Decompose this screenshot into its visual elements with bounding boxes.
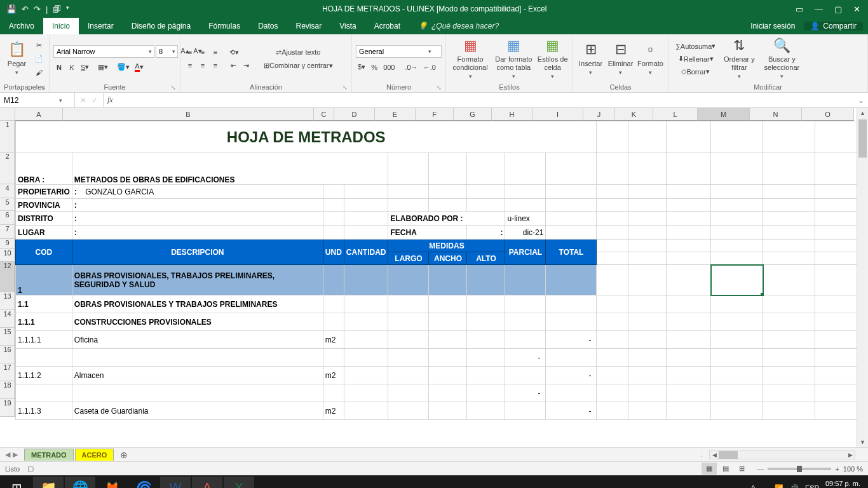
- row-header[interactable]: 4: [0, 184, 15, 198]
- orientation-button[interactable]: ⟲▾: [227, 46, 241, 58]
- scroll-down-icon[interactable]: ▼: [857, 437, 868, 447]
- font-name-combo[interactable]: ▾: [53, 45, 154, 58]
- cell[interactable]: LUGAR: [16, 226, 72, 240]
- cell[interactable]: :: [467, 226, 505, 240]
- cell[interactable]: 1.1.1: [16, 313, 72, 331]
- tray-onedrive-icon[interactable]: ☁: [761, 484, 768, 489]
- col-header[interactable]: E: [375, 108, 416, 121]
- row-header[interactable]: 19: [0, 399, 15, 417]
- tab-inicio[interactable]: Inicio: [43, 18, 79, 34]
- col-header[interactable]: L: [653, 108, 698, 121]
- format-painter-button[interactable]: 🖌: [32, 67, 45, 78]
- page-layout-view-button[interactable]: ▤: [718, 463, 733, 475]
- cut-button[interactable]: ✂: [32, 40, 45, 51]
- horizontal-scrollbar[interactable]: ◀ ▶: [709, 451, 855, 459]
- tray-overflow-icon[interactable]: ^: [752, 484, 755, 488]
- ribbon-options-icon[interactable]: ▭: [796, 4, 803, 14]
- increase-decimal-button[interactable]: .0→: [403, 62, 419, 73]
- macro-record-icon[interactable]: ▢: [27, 464, 34, 473]
- cell[interactable]: m2: [323, 331, 344, 349]
- sort-filter-button[interactable]: ⇅Ordenar y filtrar▾: [721, 37, 757, 81]
- dialog-launcher-icon[interactable]: ⤡: [437, 85, 442, 91]
- cell[interactable]: -: [546, 367, 597, 384]
- scroll-thumb[interactable]: [719, 451, 738, 459]
- scroll-right-icon[interactable]: ▶: [846, 451, 855, 459]
- font-color-button[interactable]: A▾: [133, 62, 145, 73]
- row-header[interactable]: 10: [0, 249, 15, 262]
- header-und[interactable]: UND: [323, 240, 344, 265]
- header-largo[interactable]: LARGO: [388, 252, 429, 265]
- sheet-nav-prev-icon[interactable]: ◀: [5, 451, 10, 459]
- tab-file[interactable]: Archivo: [0, 18, 43, 34]
- tab-vista[interactable]: Vista: [330, 18, 365, 34]
- conditional-format-button[interactable]: ▦Formato condicional▾: [450, 37, 491, 81]
- header-alto[interactable]: ALTO: [467, 252, 505, 265]
- share-button[interactable]: 👤 Compartir: [804, 22, 863, 30]
- font-size-combo[interactable]: ▾: [156, 45, 178, 58]
- selected-cell[interactable]: [711, 265, 763, 295]
- border-button[interactable]: ▦▾: [96, 62, 110, 73]
- cell[interactable]: PROPIETARIO: [16, 185, 72, 199]
- copy-button[interactable]: 📄: [32, 53, 45, 65]
- cell[interactable]: 1.1.1.1: [16, 331, 72, 349]
- row-header[interactable]: 12: [0, 262, 15, 292]
- row-header[interactable]: 5: [0, 198, 15, 211]
- task-word[interactable]: W: [160, 477, 191, 488]
- find-select-button[interactable]: 🔍Buscar y seleccionar▾: [759, 37, 804, 81]
- tray-clock[interactable]: 09:57 p. m. 05/12/2021: [825, 480, 860, 488]
- sheet-title[interactable]: HOJA DE METRADOS: [16, 121, 597, 153]
- cell[interactable]: 1: [16, 265, 72, 295]
- cell[interactable]: Oficina: [72, 331, 323, 349]
- row-header[interactable]: 14: [0, 310, 15, 328]
- cell[interactable]: : GONZALO GARCIA: [72, 185, 323, 199]
- row-header[interactable]: 17: [0, 363, 15, 381]
- scroll-thumb[interactable]: [858, 119, 867, 158]
- task-file-explorer[interactable]: 📁: [33, 477, 64, 488]
- tab-revisar[interactable]: Revisar: [287, 18, 331, 34]
- cell[interactable]: Caseta de Guardiania: [72, 402, 323, 420]
- task-firefox[interactable]: 🦊: [97, 477, 127, 488]
- header-descripcion[interactable]: DESCRIPCION: [72, 240, 323, 265]
- cell[interactable]: OBRAS PROVISIONALES, TRABAJOS PRELIMINAR…: [72, 265, 323, 295]
- tab-diseno[interactable]: Diseño de página: [123, 18, 200, 34]
- col-header[interactable]: D: [334, 108, 375, 121]
- sign-in-link[interactable]: Iniciar sesión: [750, 22, 795, 30]
- header-parcial[interactable]: PARCIAL: [505, 240, 546, 265]
- format-as-table-button[interactable]: ▦Dar formato como tabla▾: [493, 37, 534, 81]
- cell-styles-button[interactable]: ▦Estilos de celda▾: [536, 37, 569, 81]
- col-header[interactable]: J: [583, 108, 615, 121]
- comma-format-button[interactable]: 000: [381, 62, 397, 73]
- cell[interactable]: m2: [323, 367, 344, 384]
- cell[interactable]: PROVINCIA: [16, 199, 72, 212]
- row-header[interactable]: 7: [0, 225, 15, 239]
- zoom-slider[interactable]: [768, 468, 831, 470]
- delete-cells-button[interactable]: ⊟Eliminar▾: [607, 41, 634, 76]
- cell[interactable]: m2: [323, 402, 344, 420]
- header-cantidad[interactable]: CANTIDAD: [344, 240, 388, 265]
- sheet-tab-acero[interactable]: ACERO: [75, 449, 114, 461]
- row-header[interactable]: 13: [0, 292, 15, 310]
- cell[interactable]: FECHA: [388, 226, 467, 240]
- accounting-format-button[interactable]: $▾: [356, 62, 367, 73]
- close-icon[interactable]: ✕: [853, 4, 860, 14]
- header-ancho[interactable]: ANCHO: [429, 252, 467, 265]
- align-left-button[interactable]: ≡: [184, 60, 196, 71]
- number-format-input[interactable]: [356, 48, 426, 55]
- fx-icon[interactable]: fx: [104, 95, 117, 105]
- insert-cells-button[interactable]: ⊞Insertar▾: [577, 41, 604, 76]
- start-button[interactable]: ⊞: [1, 477, 32, 488]
- col-header[interactable]: I: [532, 108, 583, 121]
- col-header[interactable]: B: [63, 108, 314, 121]
- cell[interactable]: DISTRITO: [16, 212, 72, 226]
- task-autocad[interactable]: A: [192, 477, 222, 488]
- formula-input[interactable]: [117, 96, 854, 105]
- underline-button[interactable]: S▾: [79, 62, 91, 73]
- zoom-in-button[interactable]: +: [835, 465, 839, 473]
- expand-formula-bar-icon[interactable]: ⌄: [854, 93, 868, 107]
- cell[interactable]: OBRA :: [16, 153, 72, 185]
- col-header[interactable]: K: [615, 108, 653, 121]
- col-header[interactable]: A: [15, 108, 63, 121]
- print-preview-icon[interactable]: 🗐: [53, 4, 61, 14]
- header-medidas[interactable]: MEDIDAS: [388, 240, 505, 252]
- undo-icon[interactable]: ↶: [22, 4, 29, 14]
